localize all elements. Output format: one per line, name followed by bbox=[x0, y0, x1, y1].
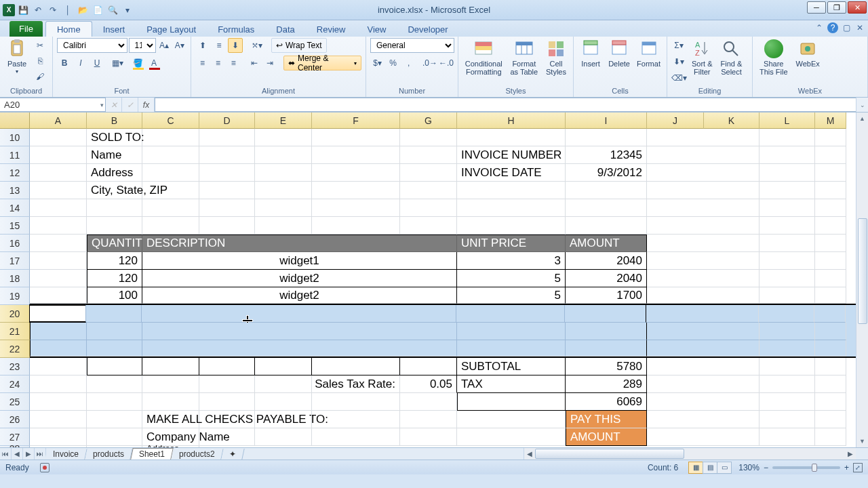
view-page-break-icon[interactable]: ▭ bbox=[717, 462, 732, 474]
cell-sold-to[interactable]: SOLD TO: bbox=[87, 129, 142, 146]
sheet-tab-sheet1[interactable]: Sheet1 bbox=[130, 448, 174, 460]
zoom-fit-icon[interactable]: ⤢ bbox=[853, 463, 863, 472]
redo-icon[interactable]: ↷ bbox=[46, 3, 60, 17]
sheet-tab-invoice[interactable]: Invoice bbox=[45, 449, 87, 460]
column-header-H[interactable]: H bbox=[457, 113, 566, 129]
cell-r1-qty[interactable]: 120 bbox=[87, 252, 142, 270]
minimize-button[interactable]: ─ bbox=[807, 1, 826, 14]
merge-center-button[interactable]: ⬌Merge & Center▾ bbox=[283, 56, 361, 70]
row-header-25[interactable]: 25 bbox=[0, 393, 30, 411]
format-as-table-button[interactable]: Format as Table bbox=[508, 38, 540, 77]
fx-icon[interactable]: fx bbox=[138, 98, 155, 112]
align-top-icon[interactable]: ⬆ bbox=[195, 38, 210, 53]
macro-record-icon[interactable] bbox=[40, 463, 50, 472]
tab-page-layout[interactable]: Page Layout bbox=[136, 22, 207, 37]
italic-button[interactable]: I bbox=[73, 56, 88, 70]
scroll-left-icon[interactable]: ◀ bbox=[524, 448, 535, 460]
bold-button[interactable]: B bbox=[57, 56, 72, 70]
zoom-out-icon[interactable]: − bbox=[764, 463, 768, 472]
save-icon[interactable]: 💾 bbox=[16, 3, 30, 17]
row-header-17[interactable]: 17 bbox=[0, 252, 30, 270]
increase-indent-icon[interactable]: ⇥ bbox=[262, 56, 277, 70]
cell-name[interactable]: Name bbox=[87, 146, 142, 164]
row-header-15[interactable]: 15 bbox=[0, 217, 30, 235]
column-header-D[interactable]: D bbox=[199, 113, 255, 129]
conditional-formatting-button[interactable]: Conditional Formatting bbox=[462, 38, 505, 77]
chevron-down-icon[interactable]: ▾ bbox=[100, 102, 104, 108]
copy-icon[interactable]: ⎘ bbox=[33, 54, 47, 68]
open-icon[interactable]: 📂 bbox=[76, 3, 90, 17]
currency-icon[interactable]: $▾ bbox=[370, 56, 384, 70]
cell-invoice-number[interactable]: 12345 bbox=[566, 146, 647, 164]
fill-color-icon[interactable]: 🪣 bbox=[130, 56, 145, 70]
align-center-icon[interactable]: ≡ bbox=[211, 56, 225, 70]
cell-r1-unit[interactable]: 3 bbox=[457, 252, 566, 270]
row-header-12[interactable]: 12 bbox=[0, 164, 30, 182]
formula-expand-icon[interactable]: ⌄ bbox=[856, 98, 868, 112]
sheet-nav-prev[interactable]: ◀ bbox=[12, 448, 23, 460]
zoom-slider[interactable] bbox=[772, 466, 840, 469]
zoom-in-icon[interactable]: + bbox=[844, 463, 849, 472]
row-header-11[interactable]: 11 bbox=[0, 146, 30, 164]
maximize-button[interactable]: ❐ bbox=[827, 1, 846, 14]
align-middle-icon[interactable]: ≡ bbox=[212, 38, 226, 53]
share-file-button[interactable]: Share This File bbox=[757, 38, 791, 77]
cell-subtotal[interactable]: 5780 bbox=[566, 358, 647, 375]
comma-icon[interactable]: , bbox=[401, 56, 416, 70]
decrease-decimal-icon[interactable]: ←.0 bbox=[439, 56, 454, 70]
find-select-button[interactable]: Find & Select bbox=[718, 38, 745, 77]
column-header-C[interactable]: C bbox=[142, 113, 199, 129]
undo-icon[interactable]: ↶ bbox=[31, 3, 45, 17]
row-header-21[interactable]: 21 bbox=[0, 323, 30, 340]
qat-more-icon[interactable]: ▾ bbox=[121, 3, 134, 17]
number-format-select[interactable]: General bbox=[370, 38, 454, 53]
sheet-tab-new[interactable]: ✦ bbox=[221, 449, 244, 460]
row-header-14[interactable]: 14 bbox=[0, 199, 30, 217]
cell-invoice-date[interactable]: 9/3/2012 bbox=[566, 164, 647, 182]
fill-icon[interactable]: ⬇▾ bbox=[671, 54, 686, 69]
selected-row-21[interactable] bbox=[30, 323, 856, 340]
column-header-M[interactable]: M bbox=[815, 113, 846, 129]
cell-header-qty[interactable]: QUANTITY bbox=[87, 235, 142, 252]
column-header-L[interactable]: L bbox=[760, 113, 815, 129]
cell-checks-payable[interactable]: MAKE ALL CHECKS PAYABLE TO: bbox=[142, 411, 199, 428]
tab-data[interactable]: Data bbox=[265, 22, 305, 37]
scroll-right-icon[interactable]: ▶ bbox=[845, 448, 856, 460]
cell-r1-amt[interactable]: 2040 bbox=[566, 252, 647, 270]
cell-r2-qty[interactable]: 120 bbox=[87, 270, 142, 287]
cell-r3-amt[interactable]: 1700 bbox=[566, 287, 647, 304]
tab-review[interactable]: Review bbox=[306, 22, 357, 37]
decrease-indent-icon[interactable]: ⇤ bbox=[247, 56, 261, 70]
row-header-20[interactable]: 20 bbox=[0, 305, 30, 323]
column-header-K[interactable]: K bbox=[704, 113, 760, 129]
selected-row-22[interactable] bbox=[30, 340, 856, 358]
wrap-text-button[interactable]: ↩Wrap Text bbox=[271, 38, 327, 53]
format-painter-icon[interactable]: 🖌 bbox=[33, 69, 47, 84]
column-header-I[interactable]: I bbox=[566, 113, 647, 129]
row-header-19[interactable]: 19 bbox=[0, 287, 30, 305]
row-header-23[interactable]: 23 bbox=[0, 358, 30, 375]
cell-tax-rate-label[interactable]: Sales Tax Rate: bbox=[312, 375, 400, 393]
cell-total[interactable]: 6069 bbox=[566, 393, 647, 411]
borders-icon[interactable]: ▦▾ bbox=[110, 56, 125, 70]
decrease-font-icon[interactable]: A▾ bbox=[172, 38, 186, 53]
format-cells-button[interactable]: Format bbox=[635, 38, 663, 69]
row-header-22[interactable]: 22 bbox=[0, 340, 30, 358]
cell-r3-unit[interactable]: 5 bbox=[457, 287, 566, 304]
align-bottom-icon[interactable]: ⬇ bbox=[228, 38, 243, 53]
sheet-nav-next[interactable]: ▶ bbox=[23, 448, 35, 460]
cell-tax[interactable]: 289 bbox=[566, 375, 647, 393]
tab-view[interactable]: View bbox=[356, 22, 397, 37]
cell-csz[interactable]: City, State, ZIP bbox=[87, 182, 142, 199]
cell-subtotal-label[interactable]: SUBTOTAL bbox=[457, 358, 566, 375]
tab-formulas[interactable]: Formulas bbox=[207, 22, 265, 37]
webex-button[interactable]: WebEx bbox=[793, 38, 823, 69]
view-page-layout-icon[interactable]: ▤ bbox=[703, 462, 717, 474]
tab-developer[interactable]: Developer bbox=[397, 22, 458, 37]
cell-invoice-date-label[interactable]: INVOICE DATE bbox=[457, 164, 566, 182]
row-header-18[interactable]: 18 bbox=[0, 270, 30, 287]
selected-row-20[interactable] bbox=[30, 305, 856, 323]
column-header-A[interactable]: A bbox=[30, 113, 87, 129]
font-name-select[interactable]: Calibri bbox=[57, 38, 127, 53]
sheet-tab-products[interactable]: products bbox=[85, 449, 132, 460]
